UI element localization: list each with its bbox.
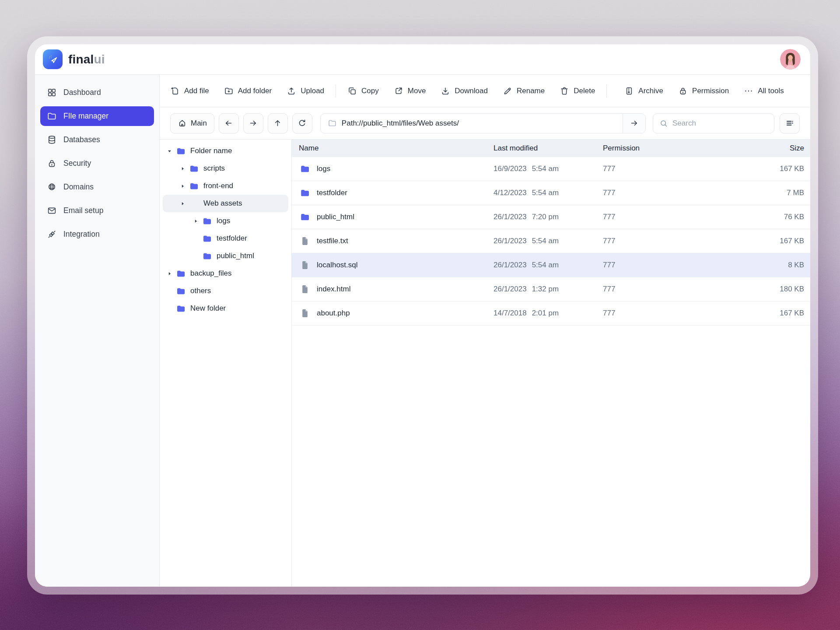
tree-item[interactable]: public_html [163, 247, 288, 265]
folder-icon [202, 251, 212, 261]
cell-modified: 4/12/2023 5:54 am [494, 189, 603, 197]
tree-item[interactable]: testfolder [163, 230, 288, 247]
toolbar-group-more: Archive Permission All tools [624, 86, 784, 96]
user-avatar[interactable] [780, 49, 801, 70]
table-row[interactable]: about.php 14/7/2018 2:01 pm 777 167 KB [292, 301, 810, 326]
tree-item[interactable]: logs [163, 212, 288, 230]
cell-permission: 777 [603, 237, 712, 245]
modified-date: 16/9/2023 [494, 164, 527, 173]
toolbar-group-edit: Copy Move Download [347, 86, 595, 96]
folder-tree: Folder name scripts [160, 140, 292, 587]
tree-caret[interactable] [179, 200, 186, 207]
list-view-button[interactable] [780, 113, 800, 133]
column-header-name[interactable]: Name [292, 144, 494, 153]
tree-caret[interactable] [179, 165, 186, 172]
folder-icon [300, 188, 310, 198]
modified-time: 2:01 pm [532, 309, 559, 318]
tree-item[interactable]: others [163, 282, 288, 300]
path-field[interactable] [321, 119, 623, 128]
folder-icon [176, 286, 186, 296]
tree-caret[interactable] [179, 183, 186, 189]
tree-caret[interactable] [166, 270, 173, 277]
tree-caret[interactable] [192, 253, 199, 259]
toolbar-button[interactable]: Delete [560, 86, 595, 96]
folder-icon [176, 304, 186, 314]
caret-right-icon [179, 165, 186, 172]
toolbar-button[interactable]: Copy [347, 86, 379, 96]
table-row[interactable]: localhost.sql 26/1/2023 5:54 am 777 8 KB [292, 253, 810, 277]
toolbar-button-label: All tools [758, 87, 784, 95]
sidebar-item[interactable]: Security [40, 154, 154, 173]
plug-icon [47, 229, 57, 239]
tree-item[interactable]: New folder [163, 300, 288, 317]
tree-item[interactable]: Web assets [163, 195, 288, 212]
arrow-right-icon [630, 119, 639, 128]
toolbar-button[interactable]: All tools [744, 86, 784, 96]
sidebar-item[interactable]: FIle manager [40, 106, 154, 126]
sidebar-item[interactable]: Dashboard [40, 83, 154, 102]
toolbar-button[interactable]: Move [394, 86, 426, 96]
cell-name: testfolder [292, 188, 494, 198]
toolbar-button[interactable]: Add folder [224, 86, 272, 96]
sidebar-item[interactable]: Integration [40, 224, 154, 244]
forward-button[interactable] [243, 113, 263, 133]
main-button[interactable]: Main [170, 113, 214, 133]
sidebar-item[interactable]: Email setup [40, 201, 154, 220]
go-button[interactable] [623, 114, 645, 133]
up-button[interactable] [268, 113, 288, 133]
app-header: finalui [35, 44, 810, 75]
modified-date: 26/1/2023 [494, 237, 527, 245]
file-name: index.html [317, 285, 350, 294]
table-row[interactable]: index.html 26/1/2023 1:32 pm 777 180 KB [292, 277, 810, 301]
cell-name: public_html [292, 212, 494, 222]
main-button-label: Main [191, 119, 207, 128]
column-header-size[interactable]: Size [712, 144, 810, 153]
cell-modified: 16/9/2023 5:54 am [494, 164, 603, 173]
cell-size: 167 KB [712, 309, 810, 318]
back-button[interactable] [219, 113, 239, 133]
trash-icon [560, 86, 569, 96]
file-name: testfile.txt [317, 237, 348, 245]
cell-permission: 777 [603, 213, 712, 221]
table-row[interactable]: logs 16/9/2023 5:54 am 777 167 KB [292, 157, 810, 181]
toolbar-group-create: Add file Add folder Upload [170, 86, 324, 96]
file-table: Name Last modified Permission Size [292, 140, 810, 587]
cell-size: 167 KB [712, 237, 810, 245]
column-header-permission[interactable]: Permission [603, 144, 712, 153]
table-row[interactable]: public_html 26/1/2023 7:20 pm 777 76 KB [292, 205, 810, 229]
cell-size: 7 MB [712, 189, 810, 197]
sidebar-item[interactable]: Databases [40, 130, 154, 150]
toolbar-button[interactable]: Rename [503, 86, 545, 96]
column-header-modified[interactable]: Last modified [494, 144, 603, 153]
tree-item[interactable]: Folder name [163, 142, 288, 160]
toolbar-button[interactable]: Add file [170, 86, 209, 96]
cell-permission: 777 [603, 164, 712, 173]
tree-caret[interactable] [192, 218, 199, 224]
file-plus-icon [170, 86, 180, 96]
folder-icon [202, 234, 212, 244]
tree-caret[interactable] [166, 148, 173, 154]
tree-item[interactable]: front-end [163, 177, 288, 195]
cell-name: index.html [292, 284, 494, 294]
toolbar-button[interactable]: Archive [624, 86, 663, 96]
tree-item-label: front-end [203, 182, 233, 190]
toolbar-button[interactable]: Download [441, 86, 488, 96]
file-icon [300, 308, 310, 318]
modified-date: 14/7/2018 [494, 309, 527, 318]
tree-caret[interactable] [192, 235, 199, 242]
file-name: about.php [317, 309, 350, 318]
tree-caret[interactable] [166, 288, 173, 294]
table-row[interactable]: testfolder 4/12/2023 5:54 am 777 7 MB [292, 181, 810, 205]
search-box[interactable] [653, 113, 774, 133]
tree-item[interactable]: backup_files [163, 265, 288, 282]
search-input[interactable] [672, 119, 768, 128]
toolbar-button[interactable]: Upload [287, 86, 324, 96]
tree-caret[interactable] [166, 305, 173, 312]
sidebar-item[interactable]: Domains [40, 177, 154, 197]
toolbar-button[interactable]: Permission [678, 86, 729, 96]
table-row[interactable]: testfile.txt 26/1/2023 5:54 am 777 167 K… [292, 229, 810, 253]
refresh-button[interactable] [292, 113, 312, 133]
tree-item[interactable]: scripts [163, 160, 288, 177]
archive-icon [624, 86, 634, 96]
path-input[interactable] [342, 119, 616, 128]
